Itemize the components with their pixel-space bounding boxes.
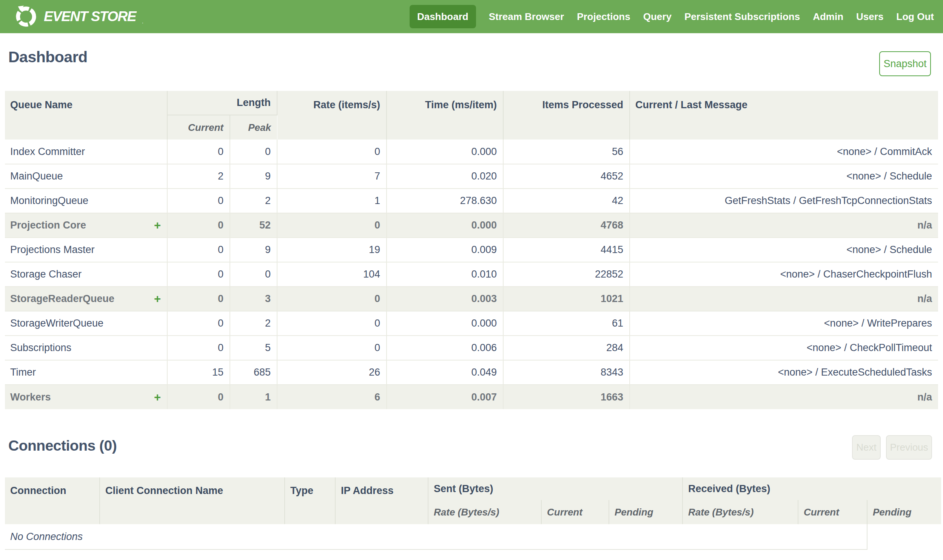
queue-time-cell: 0.010 [387,262,503,286]
queue-name-cell: Projection Core+ [5,213,167,238]
queue-name-cell: Index Committer [5,140,167,164]
nav-item-persistent-subscriptions[interactable]: Persistent Subscriptions [684,5,800,28]
queue-items-processed-cell: 4415 [503,238,630,262]
queue-name: Workers [10,391,51,403]
queue-row: MonitoringQueue021278.63042GetFreshStats… [5,189,938,213]
queue-items-processed-cell: 56 [503,140,630,164]
queue-row: Index Committer0000.00056<none> / Commit… [5,140,938,164]
nav-item-dashboard[interactable]: Dashboard [410,5,476,28]
snapshot-button[interactable]: Snapshot [879,51,931,76]
queue-peak-cell: 9 [230,164,277,189]
nav-item-users[interactable]: Users [856,5,883,28]
queue-name: MonitoringQueue [10,195,88,207]
queue-message-cell: GetFreshStats / GetFreshTcpConnectionSta… [630,189,938,213]
connections-table: Connection Client Connection Name Type I… [5,477,941,550]
queue-items-processed-cell: 8343 [503,360,630,385]
queue-rate-cell: 104 [277,262,387,286]
col-header-length-peak: Peak [230,115,277,140]
main-nav: DashboardStream BrowserProjectionsQueryP… [410,5,934,28]
col-header-received-pending: Pending [867,500,941,524]
queue-rate-cell: 0 [277,213,387,238]
queue-name: StorageWriterQueue [10,317,103,329]
connections-pager: Next Previous [852,435,932,460]
col-header-items-processed: Items Processed [503,91,630,140]
queue-message-cell: <none> / CheckPollTimeout [630,335,938,360]
page-title: Dashboard [8,48,88,66]
queue-rate-cell: 6 [277,385,387,409]
expand-plus-icon[interactable]: + [154,220,161,231]
col-header-received-rate: Rate (Bytes/s) [682,500,798,524]
queue-current-cell: 0 [167,213,230,238]
nav-item-projections[interactable]: Projections [577,5,630,28]
queue-rate-cell: 26 [277,360,387,385]
queue-name: Timer [10,366,36,378]
col-header-received-current: Current [798,500,867,524]
col-header-connection: Connection [5,477,100,524]
queue-items-processed-cell: 4652 [503,164,630,189]
nav-item-stream-browser[interactable]: Stream Browser [489,5,564,28]
queue-message-cell: <none> / Schedule [630,164,938,189]
queue-row: StorageWriterQueue0200.00061<none> / Wri… [5,311,938,335]
queue-name-cell: Timer [5,360,167,385]
queue-message-cell: <none> / ExecuteScheduledTasks [630,360,938,385]
col-header-length-current: Current [167,115,230,140]
queue-row: Projections Master09190.0094415<none> / … [5,238,938,262]
queue-rate-cell: 7 [277,164,387,189]
queue-rate-cell: 0 [277,311,387,335]
queue-rate-cell: 1 [277,189,387,213]
queue-time-cell: 0.049 [387,360,503,385]
queue-time-cell: 0.000 [387,140,503,164]
queue-name-cell: Projections Master [5,238,167,262]
queue-peak-cell: 0 [230,140,277,164]
queue-message-cell: n/a [630,286,938,311]
queue-items-processed-cell: 42 [503,189,630,213]
col-header-sent-pending: Pending [609,500,682,524]
queue-current-cell: 0 [167,311,230,335]
queue-items-processed-cell: 22852 [503,262,630,286]
queue-time-cell: 0.000 [387,213,503,238]
col-header-message: Current / Last Message [630,91,938,140]
queue-name-cell: Workers+ [5,385,167,409]
queue-rate-cell: 19 [277,238,387,262]
queues-table: Queue Name Length Rate (items/s) Time (m… [5,91,938,409]
expand-plus-icon[interactable]: + [154,293,161,305]
queue-items-processed-cell: 61 [503,311,630,335]
queue-name-cell: StorageReaderQueue+ [5,286,167,311]
col-header-received-bytes: Received (Bytes) [682,477,941,500]
previous-button[interactable]: Previous [886,435,932,460]
queue-message-cell: <none> / Schedule [630,238,938,262]
col-header-ip-address: IP Address [335,477,428,524]
expand-plus-icon[interactable]: + [154,391,161,403]
queue-name: Storage Chaser [10,269,82,280]
queue-message-cell: <none> / WritePrepares [630,311,938,335]
queue-rate-cell: 0 [277,286,387,311]
queue-time-cell: 0.000 [387,311,503,335]
queue-current-cell: 0 [167,140,230,164]
queue-time-cell: 0.020 [387,164,503,189]
queue-row: MainQueue2970.0204652<none> / Schedule [5,164,938,189]
top-navbar: EVENT STORE . DashboardStream BrowserPro… [0,0,943,33]
col-header-sent-bytes: Sent (Bytes) [428,477,682,500]
queue-row: Workers+0160.0071663n/a [5,385,938,409]
queue-items-processed-cell: 1021 [503,286,630,311]
queue-rate-cell: 0 [277,335,387,360]
queue-time-cell: 0.003 [387,286,503,311]
queue-name-cell: Storage Chaser [5,262,167,286]
nav-item-admin[interactable]: Admin [813,5,843,28]
brand-text: EVENT STORE [44,9,136,25]
queue-peak-cell: 5 [230,335,277,360]
brand: EVENT STORE . [14,5,144,28]
nav-item-log-out[interactable]: Log Out [896,5,934,28]
queue-name: Projection Core [10,220,86,231]
queue-current-cell: 0 [167,335,230,360]
queue-current-cell: 0 [167,189,230,213]
queue-row: StorageReaderQueue+0300.0031021n/a [5,286,938,311]
next-button[interactable]: Next [852,435,881,460]
no-connections-message: No Connections [5,524,867,549]
queue-current-cell: 0 [167,238,230,262]
queue-time-cell: 278.630 [387,189,503,213]
nav-item-query[interactable]: Query [643,5,671,28]
queue-row: Storage Chaser001040.01022852<none> / Ch… [5,262,938,286]
queue-message-cell: <none> / CommitAck [630,140,938,164]
queue-row: Projection Core+05200.0004768n/a [5,213,938,238]
